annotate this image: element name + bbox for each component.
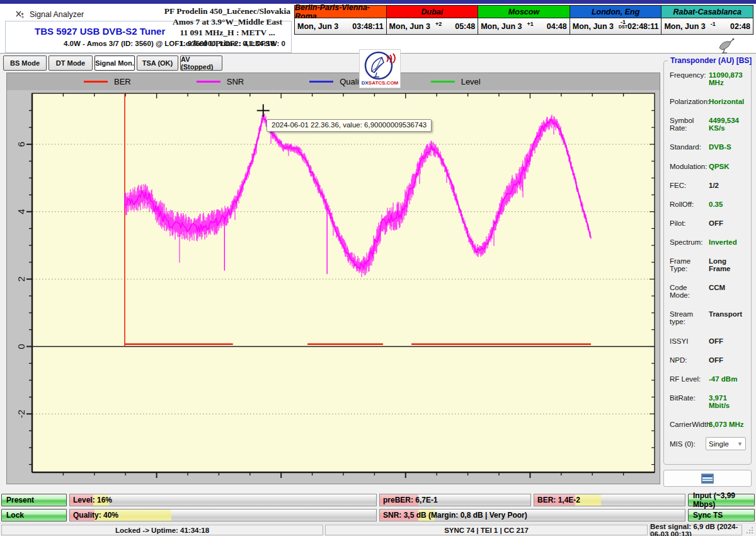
clock-utc-offset: -1 <box>711 22 716 26</box>
transponder-rows: Frequency:11090,873 MHzPolarization:Hori… <box>670 71 748 428</box>
transponder-field-label: Code Mode: <box>670 284 709 299</box>
transponder-field-value: 0.35 <box>709 201 723 208</box>
transponder-field-value: OFF <box>709 356 723 364</box>
tab-dt-mode[interactable]: DT Mode <box>49 55 93 71</box>
legend-label: Level <box>461 77 481 86</box>
tab-bs-mode[interactable]: BS Mode <box>3 55 47 71</box>
tab-tsa-ok-[interactable]: TSA (OK) <box>137 55 178 71</box>
bar-label: BER: 1,4E-2 <box>537 496 580 504</box>
chart-panel: BERSNRQualityLevel -20246 2024-06-01 22.… <box>6 73 660 484</box>
transponder-field-value: CCM <box>709 284 725 291</box>
clock-offset-value: -1 <box>621 20 626 25</box>
signal-chart[interactable]: -20246 <box>7 90 660 484</box>
transponder-field-label: Polarization: <box>670 98 709 105</box>
lock-indicator-button[interactable]: Lock <box>1 509 67 521</box>
legend-item-snr: SNR <box>197 77 244 86</box>
tab-av-stopped-[interactable]: AV (Stopped) <box>180 55 222 71</box>
plot-area <box>32 93 655 472</box>
transponder-field-value: QPSK <box>709 163 730 170</box>
transponder-row: Polarization:Horizontal <box>670 98 748 105</box>
present-indicator-button[interactable]: Present <box>1 494 67 506</box>
clock-berlin-paris-vienna-roma: Berlin-Paris-Vienna-RomaMon, Jun 303:48:… <box>294 5 387 36</box>
dxsatcs-logo: DXSATCS.COM <box>359 49 401 88</box>
chevron-down-icon: ▼ <box>737 441 743 447</box>
site-info-line: Locked UPtime : 41:34:18 <box>159 38 296 49</box>
statusbar: Locked -> Uptime: 41:34:18 SYNC 74 | TEI… <box>0 523 756 536</box>
transponder-row: Spectrum:Inverted <box>670 238 748 246</box>
header: Signal Analyzer TBS 5927 USB DVB-S2 Tune… <box>0 4 756 54</box>
mis-row: MIS (0): Single ▼ <box>670 437 746 450</box>
y-tick-label: 0 <box>16 344 26 349</box>
clock-time-row: Mon, Jun 3-102:48 <box>661 18 753 35</box>
world-clocks: Berlin-Paris-Vienna-RomaMon, Jun 303:48:… <box>295 5 753 36</box>
transponder-field-label: Symbol Rate: <box>670 117 709 132</box>
transponder-row: Frame Type:Long Frame <box>670 257 748 272</box>
transponder-field-value: Inverted <box>709 238 737 246</box>
site-info-line: PF Prodelin 450_Lučenec/Slovakia <box>159 6 296 16</box>
legend-swatch-level <box>431 81 455 83</box>
clock-offset-value: +1 <box>527 22 533 26</box>
clock-time-row: Mon, Jun 3+104:48 <box>478 18 570 35</box>
clock-date: Mon, Jun 3 <box>481 22 522 31</box>
clock-city-label: Dubai <box>386 5 479 18</box>
y-tick-label: 6 <box>16 142 26 147</box>
transponder-field-label: ISSYI <box>670 337 709 345</box>
clock-offset-value: -1 <box>711 22 716 26</box>
bar-label: Level: 16% <box>73 496 112 504</box>
tuner-name: TBS 5927 USB DVB-S2 Tuner <box>35 26 165 37</box>
transponder-field-value: Long Frame <box>709 257 748 272</box>
clock-time-row: Mon, Jun 303:48:11 <box>294 18 387 35</box>
resize-grip[interactable] <box>745 526 754 535</box>
clock-time: 02:48 <box>730 22 750 31</box>
legend-swatch-ber <box>84 81 108 83</box>
transponder-row: NPD:OFF <box>670 356 748 364</box>
site-info-line: 11 091 MHz_H : METV ... <box>159 27 296 38</box>
quality-progress-bar: Quality: 40% <box>69 509 377 521</box>
transponder-panel: Transponder (AU) [BS] Frequency:11090,87… <box>663 61 752 465</box>
transponder-row: Frequency:11090,873 MHz <box>670 71 748 86</box>
transponder-field-value: -47 dBm <box>709 375 737 383</box>
transponder-row: Modulation:QPSK <box>670 163 748 170</box>
clock-utc-offset: +2 <box>435 22 442 26</box>
mis-selected-value: Single <box>709 440 729 448</box>
clock-date: Mon, Jun 3 <box>297 22 338 31</box>
transponder-field-label: RF Level: <box>670 375 709 383</box>
transponder-field-label: BitRate: <box>670 394 709 402</box>
preber-progress-bar: preBER: 6,7E-1 <box>379 494 531 506</box>
clock-utc-offset: +1 <box>527 22 533 26</box>
clock-london-eng: London, EngMon, Jun 3-1DST02:48:11 <box>570 5 662 36</box>
mis-select[interactable]: Single ▼ <box>706 437 746 450</box>
transponder-panel-title: Transponder (AU) [BS] <box>668 56 754 65</box>
clock-time-row: Mon, Jun 3+205:48 <box>386 18 479 35</box>
level-progress-bar: Level: 16% <box>69 494 377 506</box>
legend-item-ber: BER <box>84 77 131 86</box>
clock-date: Mon, Jun 3 <box>573 22 614 31</box>
legend-label: SNR <box>227 77 244 86</box>
transponder-field-label: RollOff: <box>670 201 709 208</box>
transponder-field-value: 3,971 Mbit/s <box>709 394 748 409</box>
y-tick-label: -2 <box>16 410 26 418</box>
dxsatcs-logo-text: DXSATCS.COM <box>362 80 399 86</box>
clock-time: 02:48:11 <box>627 22 658 31</box>
window-title: Signal Analyzer <box>30 10 84 19</box>
ber-progress-bar: BER: 1,4E-2 <box>534 494 685 506</box>
input-indicator-button[interactable]: Input (~3,99 Mbps) <box>688 494 755 506</box>
transponder-field-value: 6,073 MHz <box>709 421 744 428</box>
mis-label: MIS (0): <box>670 440 696 448</box>
clock-city-label: London, Eng <box>570 5 662 18</box>
statusbar-uptime: Locked -> Uptime: 41:34:18 <box>1 525 323 535</box>
clock-dst-note: DST <box>619 25 627 29</box>
transponder-field-value: 4499,534 KS/s <box>709 117 748 132</box>
tab-signal-mon-[interactable]: Signal Mon. <box>94 55 135 71</box>
bar-label: SNR: 3,5 dB (Margin: 0,8 dB | Very Poor) <box>383 511 527 520</box>
sync-indicator-button[interactable]: Sync TS <box>688 509 755 521</box>
titlebar: Signal Analyzer <box>15 8 84 21</box>
dxsatcs-logo-icon <box>363 50 397 81</box>
transponder-row: Stream type:Transport <box>670 310 748 325</box>
transponder-field-value: DVB-S <box>709 143 731 151</box>
transponder-row: Pilot:OFF <box>670 219 748 227</box>
satellite-dish-icon <box>716 35 737 54</box>
stream-record-button[interactable] <box>663 470 752 487</box>
clock-offset-value: +2 <box>435 22 442 26</box>
transponder-row: CarrierWidth:6,073 MHz <box>670 421 748 428</box>
